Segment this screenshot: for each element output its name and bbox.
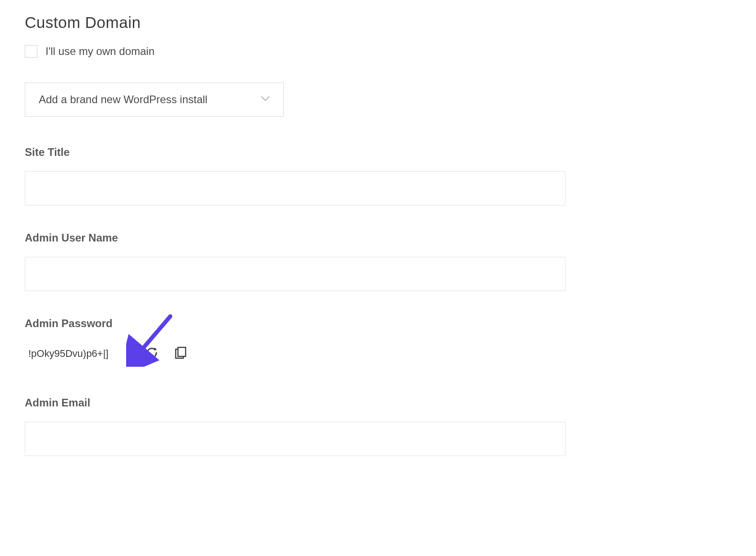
- admin-email-label: Admin Email: [25, 396, 565, 409]
- own-domain-checkbox[interactable]: [25, 45, 37, 58]
- section-heading: Custom Domain: [25, 14, 565, 32]
- admin-email-input[interactable]: [25, 422, 565, 456]
- admin-password-value: !pOky95Dvu)p6+|]: [25, 342, 112, 365]
- admin-username-field-group: Admin User Name: [25, 232, 565, 291]
- copy-icon: [173, 346, 188, 362]
- admin-password-field-group: Admin Password !pOky95Dvu)p6+|]: [25, 317, 565, 365]
- password-actions: [144, 346, 189, 362]
- admin-password-label: Admin Password: [25, 317, 565, 330]
- svg-rect-1: [178, 347, 186, 356]
- install-type-select-value: Add a brand new WordPress install: [39, 93, 207, 106]
- site-title-input[interactable]: [25, 171, 565, 205]
- site-title-field-group: Site Title: [25, 146, 565, 205]
- own-domain-checkbox-label: I'll use my own domain: [46, 45, 155, 58]
- refresh-icon: [145, 346, 159, 362]
- site-title-label: Site Title: [25, 146, 565, 159]
- install-select-wrapper: Add a brand new WordPress install: [25, 82, 284, 117]
- admin-username-input[interactable]: [25, 257, 565, 291]
- admin-email-field-group: Admin Email: [25, 396, 565, 456]
- copy-password-button[interactable]: [173, 346, 189, 362]
- regenerate-password-button[interactable]: [144, 346, 160, 362]
- install-type-select[interactable]: Add a brand new WordPress install: [25, 82, 284, 117]
- admin-password-row: !pOky95Dvu)p6+|]: [25, 342, 565, 365]
- custom-domain-checkbox-row: I'll use my own domain: [25, 45, 565, 58]
- admin-username-label: Admin User Name: [25, 232, 565, 244]
